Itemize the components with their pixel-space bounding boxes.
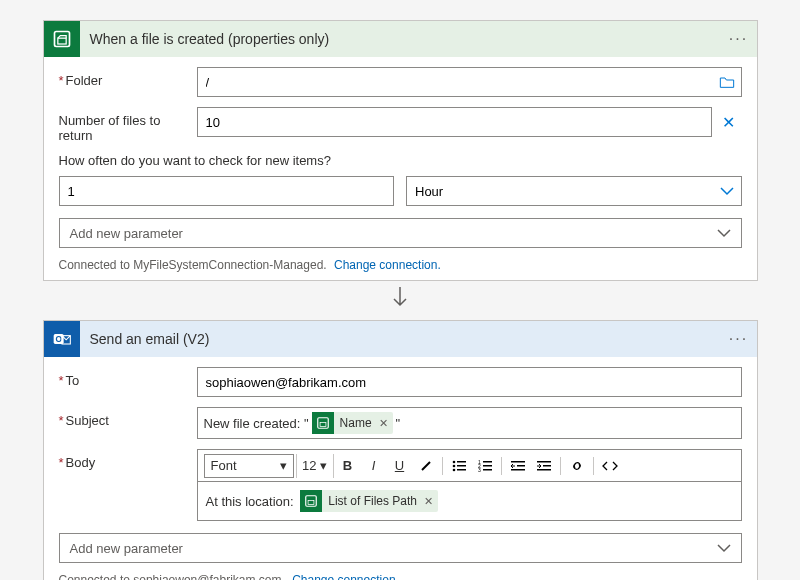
svg-rect-20 xyxy=(517,465,525,467)
token-remove-icon[interactable]: ✕ xyxy=(378,417,393,430)
italic-button[interactable]: I xyxy=(362,453,386,479)
frequency-unit-select[interactable] xyxy=(406,176,742,206)
folder-picker-icon[interactable] xyxy=(718,73,736,91)
svg-rect-14 xyxy=(483,461,492,463)
filesystem-icon xyxy=(312,412,334,434)
indent-button[interactable] xyxy=(532,453,556,479)
to-label: To xyxy=(59,367,197,388)
chevron-down-icon xyxy=(717,543,731,553)
bullet-list-button[interactable] xyxy=(447,453,471,479)
token-remove-icon[interactable]: ✕ xyxy=(423,495,438,508)
folder-input[interactable] xyxy=(197,67,742,97)
chevron-down-icon xyxy=(717,228,731,238)
color-button[interactable] xyxy=(414,453,438,479)
to-input[interactable] xyxy=(197,367,742,397)
flow-arrow-icon xyxy=(43,287,758,314)
add-parameter-label: Add new parameter xyxy=(70,541,183,556)
subject-label: Subject xyxy=(59,407,197,428)
svg-rect-6 xyxy=(320,422,326,426)
bold-button[interactable]: B xyxy=(336,453,360,479)
svg-rect-24 xyxy=(537,469,551,471)
svg-rect-18 xyxy=(483,469,492,471)
num-files-label: Number of files to return xyxy=(59,107,197,143)
code-view-button[interactable] xyxy=(598,453,622,479)
svg-text:3: 3 xyxy=(478,467,481,472)
underline-button[interactable]: U xyxy=(388,453,412,479)
action-footer: Connected to sophiaowen@fabrikam.com. Ch… xyxy=(59,573,742,580)
font-size-select[interactable]: 12 ▾ xyxy=(296,454,334,478)
numbered-list-button[interactable]: 123 xyxy=(473,453,497,479)
interval-input[interactable] xyxy=(59,176,395,206)
svg-rect-23 xyxy=(543,465,551,467)
add-parameter-dropdown[interactable]: Add new parameter xyxy=(59,218,742,248)
svg-rect-12 xyxy=(457,469,466,471)
trigger-header[interactable]: When a file is created (properties only)… xyxy=(44,21,757,57)
trigger-card: When a file is created (properties only)… xyxy=(43,20,758,281)
link-button[interactable] xyxy=(565,453,589,479)
body-label: Body xyxy=(59,449,197,470)
action-card: O Send an email (V2) ··· To Subject New … xyxy=(43,320,758,580)
action-header[interactable]: O Send an email (V2) ··· xyxy=(44,321,757,357)
trigger-footer: Connected to MyFileSystemConnection-Mana… xyxy=(59,258,742,272)
svg-rect-21 xyxy=(511,469,525,471)
folder-label: Folder xyxy=(59,67,197,88)
outdent-button[interactable] xyxy=(506,453,530,479)
outlook-icon: O xyxy=(44,321,80,357)
svg-rect-22 xyxy=(537,461,551,463)
body-input[interactable]: At this location: List of Files Path ✕ xyxy=(197,481,742,521)
rich-text-toolbar: Font▾ 12 ▾ B I U 123 xyxy=(197,449,742,481)
change-connection-link[interactable]: Change connection. xyxy=(334,258,441,272)
svg-point-9 xyxy=(452,464,455,467)
svg-rect-19 xyxy=(511,461,525,463)
trigger-title: When a file is created (properties only) xyxy=(90,31,721,47)
subject-input[interactable]: New file created: " Name ✕ " xyxy=(197,407,742,439)
action-menu-button[interactable]: ··· xyxy=(721,330,757,348)
num-files-input[interactable] xyxy=(197,107,712,137)
svg-rect-1 xyxy=(57,38,65,44)
svg-rect-16 xyxy=(483,465,492,467)
svg-rect-26 xyxy=(308,500,314,504)
change-connection-link[interactable]: Change connection. xyxy=(292,573,399,580)
svg-point-11 xyxy=(452,468,455,471)
token-name[interactable]: Name ✕ xyxy=(312,412,393,434)
clear-icon[interactable]: ✕ xyxy=(720,113,738,131)
add-parameter-dropdown[interactable]: Add new parameter xyxy=(59,533,742,563)
filesystem-icon xyxy=(44,21,80,57)
font-select[interactable]: Font▾ xyxy=(204,454,294,478)
svg-text:O: O xyxy=(55,334,62,344)
add-parameter-label: Add new parameter xyxy=(70,226,183,241)
frequency-label: How often do you want to check for new i… xyxy=(59,153,742,168)
svg-rect-10 xyxy=(457,465,466,467)
filesystem-icon xyxy=(300,490,322,512)
svg-rect-8 xyxy=(457,461,466,463)
trigger-menu-button[interactable]: ··· xyxy=(721,30,757,48)
token-files-path[interactable]: List of Files Path ✕ xyxy=(300,490,438,512)
action-title: Send an email (V2) xyxy=(90,331,721,347)
svg-point-7 xyxy=(452,460,455,463)
